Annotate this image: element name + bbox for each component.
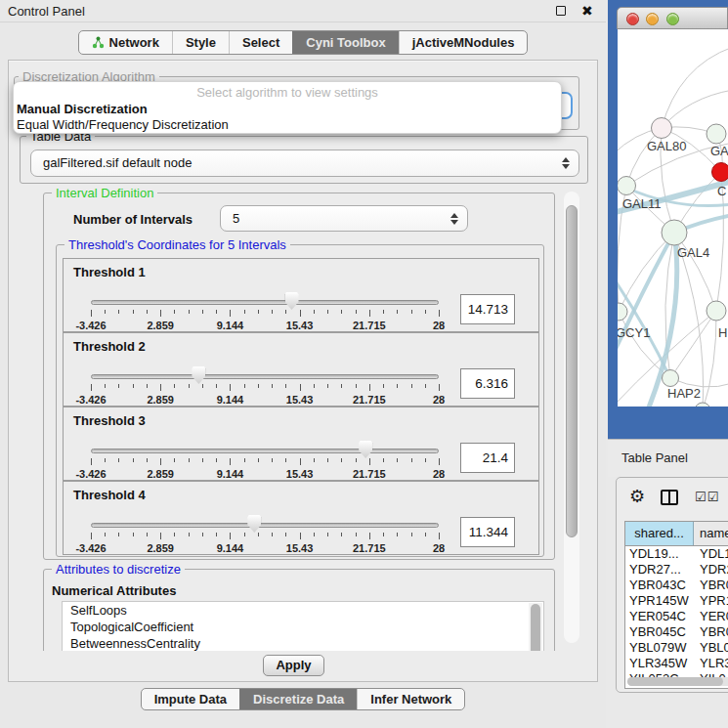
table-row[interactable]: YBR043CYBR0	[625, 578, 728, 593]
zoom-traffic-light[interactable]	[666, 13, 679, 25]
gear-icon[interactable]: ⚙	[629, 486, 645, 507]
slider-tick-label: 9.144	[217, 468, 244, 480]
table-row[interactable]: YLR345WYLR3	[625, 656, 728, 671]
tab-select[interactable]: Select	[229, 31, 292, 54]
option-manual-discretization[interactable]: Manual Discretization	[17, 102, 148, 116]
stepper-up-icon[interactable]	[562, 157, 570, 162]
table-row[interactable]: YDR27...YDR2	[625, 562, 728, 578]
minimize-traffic-light[interactable]	[646, 13, 659, 25]
slider-track[interactable]	[91, 449, 439, 453]
slider-tick	[105, 458, 106, 462]
node-gal4[interactable]	[662, 220, 687, 245]
slider-handle[interactable]	[247, 515, 261, 533]
node-gal80[interactable]	[652, 118, 672, 139]
tab-discretize-data[interactable]: Discretize Data	[239, 689, 357, 709]
cell-name: YBR0	[694, 578, 728, 593]
threshold-slider[interactable]: -3.4262.8599.14415.4321.71528	[91, 288, 439, 331]
stepper-down-icon[interactable]	[562, 164, 570, 169]
checked-box-icon[interactable]: ☑	[707, 490, 720, 504]
attribute-item[interactable]: SelfLoops	[63, 602, 543, 619]
attribute-item[interactable]: BetweennessCentrality	[63, 635, 543, 651]
node-label: GCY1	[618, 325, 650, 340]
slider-tick	[91, 384, 92, 391]
slider-tick	[118, 458, 119, 462]
tab-label: Infer Network	[370, 692, 451, 707]
table-hscrollbar-thumb[interactable]	[627, 677, 723, 686]
tab-infer-network[interactable]: Infer Network	[357, 689, 464, 709]
stepper-down-icon[interactable]	[450, 220, 458, 225]
panel-scrollbar-thumb[interactable]	[566, 205, 578, 537]
option-equal-width-frequency[interactable]: Equal Width/Frequency Discretization	[17, 117, 229, 132]
threshold-value[interactable]: 6.316	[460, 368, 515, 399]
tab-jactivemnodules[interactable]: jActiveMNodules	[399, 31, 528, 54]
checked-box-icon[interactable]: ☑	[695, 490, 707, 504]
slider-handle[interactable]	[192, 366, 205, 384]
slider-track[interactable]	[91, 300, 439, 305]
numerical-attributes-list[interactable]: SelfLoopsTopologicalCoefficientBetweenne…	[62, 601, 544, 651]
number-of-intervals-label: Number of Intervals	[73, 212, 193, 227]
close-icon[interactable]: ✖	[581, 2, 593, 20]
checkbox-filter-icons[interactable]: ☑☑	[695, 490, 719, 504]
list-scrollbar-thumb[interactable]	[531, 604, 540, 651]
table-panel-titlebar: Table Panel	[608, 439, 728, 477]
node-gcy1[interactable]	[618, 303, 627, 321]
number-of-intervals-combobox[interactable]: 5	[220, 205, 468, 232]
stepper-icon[interactable]	[450, 213, 458, 225]
slider-tick	[369, 458, 370, 465]
threshold-value[interactable]: 11.344	[460, 517, 515, 547]
apply-button[interactable]: Apply	[263, 655, 324, 676]
panel-scrollbar[interactable]	[564, 192, 579, 643]
slider-tick-label: 28	[433, 468, 445, 480]
slider-tick	[160, 533, 161, 539]
threshold-value[interactable]: 14.713	[460, 294, 515, 324]
table-row[interactable]: YPR145WYPR1	[625, 593, 728, 609]
node-gal11[interactable]	[618, 177, 636, 195]
node-table-body: YDL19...YDL1YDR27...YDR2YBR043CYBR0YPR14…	[625, 546, 728, 687]
list-scrollbar[interactable]	[529, 603, 542, 651]
table-row[interactable]: YBR045CYBR0	[625, 624, 728, 640]
node-h[interactable]	[707, 301, 726, 321]
slider-tick	[383, 458, 384, 462]
network-graph[interactable]: GAL80GACGAL11GAL4GCY1HHAP2	[618, 29, 728, 407]
slider-ticks	[91, 384, 439, 392]
slider-tick	[314, 458, 315, 462]
table-hscrollbar[interactable]	[627, 677, 728, 686]
tab-network[interactable]: Network	[79, 31, 172, 54]
tab-cyni-toolbox[interactable]: Cyni Toolbox	[292, 31, 398, 54]
cell-name: YBR0	[694, 624, 728, 640]
slider-tick	[258, 310, 259, 314]
table-data-combobox[interactable]: galFiltered.sif default node	[30, 150, 579, 177]
cell-shared-name: YLR345W	[625, 656, 694, 671]
threshold-slider[interactable]: -3.4262.8599.14415.4321.71528	[91, 437, 439, 480]
node-partial[interactable]	[695, 403, 710, 407]
cell-name: YDL1	[694, 546, 728, 562]
node-unlabeled[interactable]	[707, 124, 726, 144]
tab-impute-data[interactable]: Impute Data	[142, 689, 239, 709]
slider-track[interactable]	[91, 523, 439, 528]
float-window-icon[interactable]	[556, 6, 566, 16]
attribute-item[interactable]: TopologicalCoefficient	[63, 619, 543, 635]
threshold-slider[interactable]: -3.4262.8599.14415.4321.71528	[91, 363, 439, 406]
slider-tick	[174, 458, 175, 462]
stepper-icon[interactable]	[562, 157, 570, 169]
column-header-name[interactable]: name	[694, 522, 728, 545]
table-row[interactable]: YDL19...YDL1	[625, 546, 728, 562]
threshold-slider[interactable]: -3.4262.8599.14415.4321.71528	[91, 511, 439, 554]
column-header-shared-name[interactable]: shared...	[625, 522, 694, 545]
slider-track[interactable]	[91, 374, 439, 379]
node-hap2[interactable]	[663, 370, 679, 387]
slider-handle[interactable]	[359, 441, 372, 458]
network-canvas[interactable]: GAL80GACGAL11GAL4GCY1HHAP2	[618, 29, 728, 407]
table-row[interactable]: YBL079WYBL0	[625, 640, 728, 656]
table-row[interactable]: YER054CYER0	[625, 609, 728, 624]
threshold-value[interactable]: 21.4	[460, 443, 515, 473]
slider-handle[interactable]	[285, 292, 299, 310]
stepper-up-icon[interactable]	[450, 213, 458, 218]
node-selected-red[interactable]	[712, 163, 728, 182]
tab-style[interactable]: Style	[172, 31, 229, 54]
slider-tick	[425, 384, 426, 388]
network-window-titlebar[interactable]	[617, 7, 728, 29]
node-attribute-table[interactable]: shared... name YDL19...YDL1YDR27...YDR2Y…	[624, 521, 728, 689]
column-layout-icon[interactable]	[661, 490, 678, 505]
close-traffic-light[interactable]	[626, 13, 639, 25]
